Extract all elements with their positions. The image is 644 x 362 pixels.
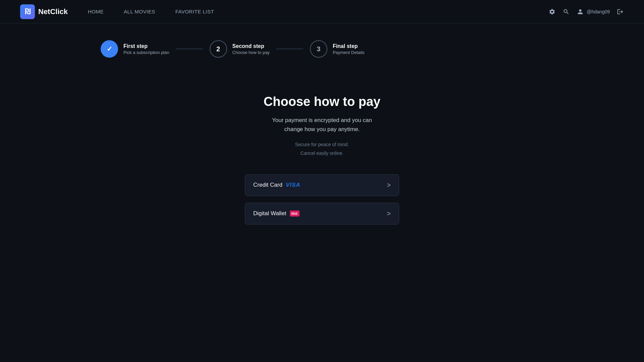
subtext-line-1: Secure for peace of mind. xyxy=(295,142,349,147)
stepper: ✓ First step Pick a subscription plan 2 … xyxy=(0,23,644,74)
connector-1-2 xyxy=(176,49,203,49)
step-3-title: Final step xyxy=(333,43,365,49)
description-line-2: change how you pay anytime. xyxy=(284,126,360,132)
logout-icon[interactable] xyxy=(616,8,624,15)
digital-wallet-left: Digital Wallet mo xyxy=(253,210,300,217)
step-1-info: First step Pick a subscription plan xyxy=(123,43,169,55)
step-3-circle: 3 xyxy=(310,40,327,58)
navbar: ₪ NetClick HOME ALL MOVIES FAVORITE LIST… xyxy=(0,0,644,23)
momo-badge: mo xyxy=(290,210,300,217)
logo-icon: ₪ xyxy=(20,4,35,19)
visa-badge: VISA xyxy=(286,182,301,188)
description-line-1: Your payment is encrypted and you can xyxy=(272,117,372,123)
credit-card-chevron: > xyxy=(387,181,391,189)
nav-right: @hdang09 xyxy=(548,8,624,15)
step-2-title: Second step xyxy=(232,43,270,49)
credit-card-left: Credit Card VISA xyxy=(253,182,301,188)
nav-link-favorite-list[interactable]: FAVORITE LIST xyxy=(175,9,214,14)
digital-wallet-option[interactable]: Digital Wallet mo > xyxy=(245,203,399,225)
search-icon[interactable] xyxy=(562,8,570,15)
digital-wallet-label: Digital Wallet xyxy=(253,210,286,217)
subtext-line-2: Cancel easily online. xyxy=(301,150,343,156)
step-3-subtitle: Payment Details xyxy=(333,50,365,55)
logo-area[interactable]: ₪ NetClick xyxy=(20,4,68,19)
username-label: @hdang09 xyxy=(587,9,610,14)
page-description: Your payment is encrypted and you can ch… xyxy=(272,116,372,134)
payment-options: Credit Card VISA > Digital Wallet mo > xyxy=(245,174,399,225)
nav-link-home[interactable]: HOME xyxy=(88,9,104,14)
page-subtext: Secure for peace of mind. Cancel easily … xyxy=(295,140,349,157)
step-2-subtitle: Choose how to pay xyxy=(232,50,270,55)
nav-links: HOME ALL MOVIES FAVORITE LIST xyxy=(88,9,548,14)
user-profile[interactable]: @hdang09 xyxy=(577,8,610,15)
step-2-circle: 2 xyxy=(210,40,227,58)
digital-wallet-chevron: > xyxy=(387,210,391,218)
nav-link-all-movies[interactable]: ALL MOVIES xyxy=(124,9,155,14)
step-1-subtitle: Pick a subscription plan xyxy=(123,50,169,55)
step-2-info: Second step Choose how to pay xyxy=(232,43,270,55)
step-3: 3 Final step Payment Details xyxy=(310,40,365,58)
step-1-circle: ✓ xyxy=(101,40,118,58)
main-content: Choose how to pay Your payment is encryp… xyxy=(0,74,644,225)
step-2: 2 Second step Choose how to pay xyxy=(210,40,270,58)
logo-text: NetClick xyxy=(38,7,68,16)
step-3-info: Final step Payment Details xyxy=(333,43,365,55)
page-title: Choose how to pay xyxy=(264,95,380,109)
step-1: ✓ First step Pick a subscription plan xyxy=(101,40,169,58)
connector-2-3 xyxy=(276,49,303,49)
step-1-title: First step xyxy=(123,43,169,49)
settings-icon[interactable] xyxy=(548,8,556,15)
credit-card-option[interactable]: Credit Card VISA > xyxy=(245,174,399,196)
credit-card-label: Credit Card xyxy=(253,182,282,188)
